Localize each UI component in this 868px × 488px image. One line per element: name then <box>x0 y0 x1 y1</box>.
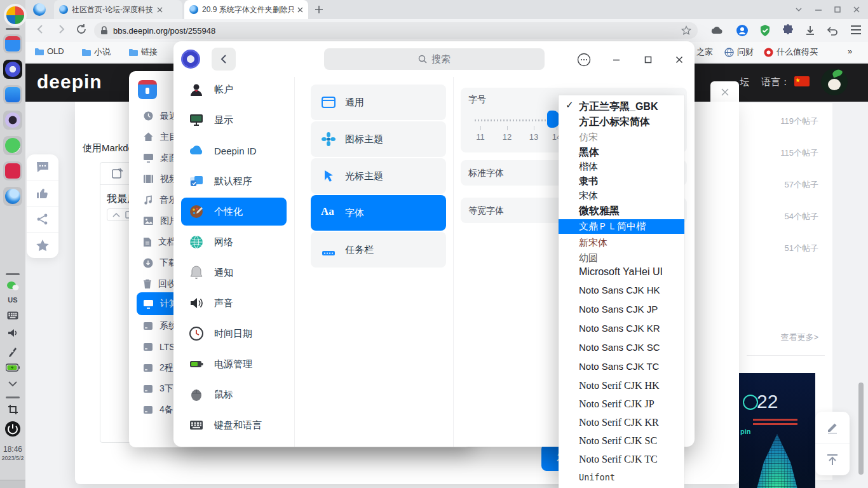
keyboard-tray-icon[interactable] <box>0 311 25 320</box>
bookmark-item[interactable]: 问财 <box>724 46 754 58</box>
sidebar-item-deepin-id[interactable]: Deepin ID <box>173 137 294 165</box>
font-option[interactable]: 黑体 <box>579 145 599 159</box>
download-icon[interactable] <box>804 25 816 36</box>
browser-close-icon[interactable] <box>852 5 861 14</box>
font-option[interactable]: 宋体 <box>579 189 598 203</box>
font-option[interactable]: Noto Serif CJK KR <box>579 415 659 430</box>
shutdown-tray-icon[interactable] <box>0 421 25 437</box>
perso-item-general[interactable]: 通用 <box>311 85 446 120</box>
bookmarks-overflow[interactable]: » <box>848 46 852 56</box>
browser-minimize-icon[interactable] <box>814 5 823 14</box>
favorite-button[interactable] <box>27 232 58 258</box>
terminal-dock-icon[interactable] <box>3 161 22 180</box>
font-option[interactable]: Noto Sans CJK TC <box>579 359 659 374</box>
font-option-highlighted[interactable]: 文鼎ＰＬ简中楷 <box>559 219 684 234</box>
cc-minimize-button[interactable] <box>609 52 624 67</box>
sidebar-item-sound[interactable]: 声音 <box>173 289 294 317</box>
cn-flag-icon[interactable] <box>794 76 810 86</box>
comment-button[interactable] <box>27 154 58 180</box>
sidebar-item-network[interactable]: 网络 <box>173 228 294 256</box>
file-manager-dock-icon[interactable] <box>3 34 22 53</box>
cloud-extension-icon[interactable] <box>710 25 723 36</box>
menu-icon[interactable] <box>850 25 862 34</box>
forward-icon[interactable] <box>55 23 67 36</box>
font-option[interactable]: Noto Serif CJK JP <box>579 396 654 411</box>
like-button[interactable] <box>27 180 58 206</box>
bookmark-folder[interactable]: 链接 <box>128 46 158 58</box>
sidebar-item-default-apps[interactable]: 默认程序 <box>173 167 294 195</box>
pen-tray-icon[interactable] <box>0 346 25 357</box>
nav-forum-fragment[interactable]: 坛 <box>740 76 749 88</box>
perso-item-icon-theme[interactable]: 图标主题 <box>311 121 446 157</box>
sidebar-item-notification[interactable]: 通知 <box>173 259 294 287</box>
font-option[interactable]: Microsoft YaHei UI <box>579 264 663 279</box>
share-button[interactable] <box>27 206 58 232</box>
font-option[interactable]: 新宋体 <box>579 236 607 250</box>
address-bar[interactable]: bbs.deepin.org/post/255948 <box>94 22 698 39</box>
font-option[interactable]: 隶书 <box>579 174 598 189</box>
puzzle-extension-icon[interactable] <box>782 24 794 37</box>
reload-icon[interactable] <box>75 23 88 36</box>
shield-extension-icon[interactable] <box>759 24 771 37</box>
browser-maximize-icon[interactable] <box>833 5 842 14</box>
bookmark-folder[interactable]: 小说 <box>81 46 111 58</box>
control-center-dock-icon[interactable] <box>3 60 22 79</box>
battery-tray-icon[interactable] <box>0 363 25 372</box>
font-option[interactable]: Noto Serif CJK TC <box>579 452 658 466</box>
sidebar-item-keyboard[interactable]: 键盘和语言 <box>173 411 294 439</box>
slider-handle[interactable] <box>547 111 559 128</box>
font-option[interactable]: 仿宋 <box>579 130 598 145</box>
font-option[interactable]: Noto Serif CJK HK <box>579 378 660 393</box>
tray-collapse-icon[interactable] <box>0 381 25 387</box>
cc-back-button[interactable] <box>212 48 236 71</box>
back-to-top-button[interactable] <box>815 444 850 476</box>
new-tab-icon[interactable] <box>315 5 323 14</box>
perso-item-cursor-theme[interactable]: 光标主题 <box>311 158 446 194</box>
font-option[interactable]: Noto Serif CJK SC <box>579 433 657 448</box>
sidebar-item-accounts[interactable]: 帐户 <box>173 76 294 104</box>
perso-item-taskbar[interactable]: 任务栏 <box>311 232 446 268</box>
font-option[interactable]: Noto Sans CJK SC <box>579 340 660 355</box>
browser-logo-icon[interactable] <box>33 3 46 16</box>
launcher-icon[interactable] <box>4 4 27 27</box>
bookmark-item[interactable]: 之家 <box>696 46 713 58</box>
page-scrollbar[interactable] <box>858 383 864 475</box>
back-icon[interactable] <box>34 23 47 36</box>
user-avatar[interactable] <box>821 69 848 95</box>
sidebar-item-datetime[interactable]: 时间日期 <box>173 320 294 348</box>
camera-dock-icon[interactable] <box>3 111 22 130</box>
font-option[interactable]: 微软雅黑 <box>579 203 620 218</box>
font-option[interactable]: 方正兰亭黑_GBK <box>579 99 658 114</box>
font-option[interactable]: Noto Sans CJK JP <box>579 302 658 316</box>
font-option[interactable]: Noto Sans CJK HK <box>579 283 660 297</box>
deepin-logo[interactable]: deepin <box>37 71 102 93</box>
tab-close-icon[interactable] <box>157 7 163 13</box>
cc-search-input[interactable]: 搜索 <box>324 48 545 70</box>
bookmark-item[interactable]: 什么值得买 <box>764 46 818 58</box>
sidebar-item-power[interactable]: 电源管理 <box>173 350 294 378</box>
notes-dock-icon[interactable] <box>3 85 22 104</box>
promo-banner[interactable]: 22 pin <box>739 373 815 488</box>
font-option[interactable]: 方正小标宋简体 <box>579 114 650 129</box>
tab-forum-home[interactable]: 社区首页-论坛-深度科技 <box>54 0 182 19</box>
undo-icon[interactable] <box>826 25 839 36</box>
cc-more-button[interactable] <box>576 52 592 67</box>
edit-icon[interactable] <box>112 168 123 179</box>
browser-tray-icon[interactable] <box>794 5 803 14</box>
keyboard-layout-indicator[interactable]: US <box>0 296 25 304</box>
browser-dock-icon[interactable] <box>3 187 22 206</box>
show-desktop-button[interactable] <box>0 480 25 488</box>
bookmark-folder[interactable]: OLD <box>34 46 64 56</box>
font-option[interactable]: Unifont <box>579 470 615 485</box>
screenshot-tray-icon[interactable] <box>0 404 25 415</box>
tab-current-post[interactable]: 20.9 系统字体文件夹删除只 <box>184 0 308 19</box>
perso-item-fonts[interactable]: Aa 字体 <box>311 195 446 231</box>
volume-tray-icon[interactable] <box>0 328 25 338</box>
font-option[interactable]: 楷体 <box>579 159 598 174</box>
bookmark-star-icon[interactable] <box>681 25 691 36</box>
sidebar-item-personalization[interactable]: 个性化 <box>181 198 287 226</box>
font-option[interactable]: Noto Sans CJK KR <box>579 321 660 336</box>
view-more-link[interactable]: 查看更多> <box>780 332 818 343</box>
dialog-close-button[interactable] <box>710 81 739 103</box>
language-label[interactable]: 语言： <box>761 76 790 88</box>
